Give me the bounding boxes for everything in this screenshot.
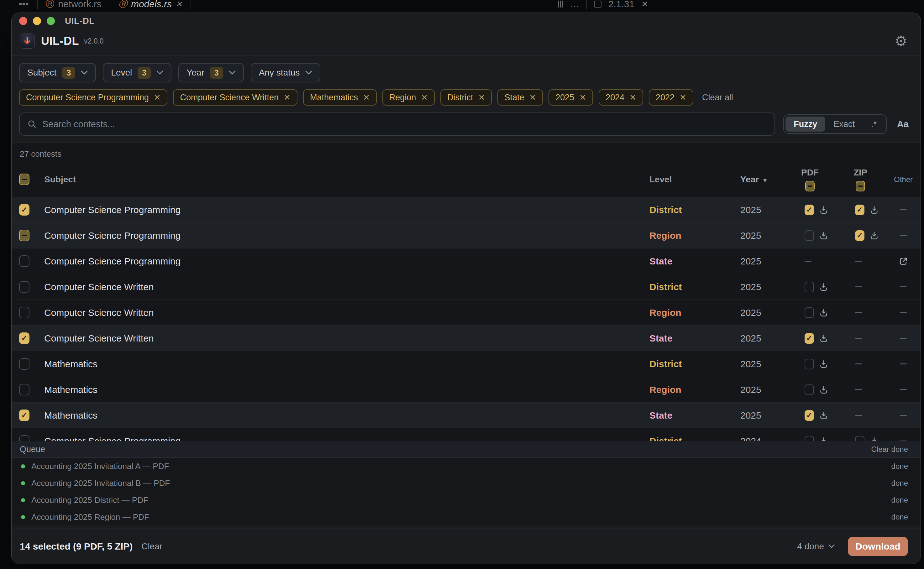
bg-tab-network[interactable]: Ⓡ network.rs [46,0,102,10]
download-icon[interactable] [819,205,828,215]
table-row[interactable]: Computer Science WrittenState2025 [12,326,921,351]
pdf-checkbox[interactable] [805,359,814,370]
bg-tab-models[interactable]: Ⓡ models.rs ✕ [119,0,183,10]
chip-remove-icon[interactable]: ✕ [579,93,586,102]
bg-tab-overflow-icon[interactable]: ••• [19,0,29,9]
filter-chip[interactable]: Computer Science Programming✕ [19,89,167,106]
filter-chip[interactable]: 2025✕ [548,89,593,106]
download-icon[interactable] [869,437,879,441]
clear-selection-button[interactable]: Clear [142,542,162,551]
pdf-checkbox[interactable] [805,230,814,241]
select-all-checkbox[interactable] [19,173,29,185]
bg-more-icon[interactable]: … [570,0,580,9]
table-row[interactable]: MathematicsRegion2025 [12,377,921,403]
pdf-checkbox[interactable] [805,333,814,344]
settings-gear-icon[interactable]: ⚙ [895,34,907,48]
filter-chip[interactable]: District✕ [440,89,492,106]
search-mode-regex[interactable]: .* [863,117,885,132]
chip-remove-icon[interactable]: ✕ [679,93,687,102]
clear-done-button[interactable]: Clear done [871,445,908,454]
zip-checkbox[interactable] [855,230,865,241]
filter-dropdown-subject[interactable]: Subject3 [19,63,96,82]
row-checkbox-cell [19,384,44,396]
table-row[interactable]: Computer Science ProgrammingDistrict2025 [12,197,921,223]
row-checkbox[interactable] [19,384,29,396]
case-sensitivity-toggle[interactable]: Aa [897,119,909,129]
filter-chip[interactable]: 2022✕ [649,89,693,106]
download-icon[interactable] [819,231,828,240]
search-input[interactable] [42,119,767,129]
column-level[interactable]: Level [649,175,740,184]
subject-cell: Mathematics [44,385,649,395]
filter-dropdown-year[interactable]: Year3 [178,63,244,82]
download-button[interactable]: Download [848,537,908,556]
filter-chip[interactable]: 2024✕ [599,89,643,106]
close-button[interactable] [19,17,27,25]
zip-checkbox[interactable] [855,436,865,441]
table-row[interactable]: Computer Science ProgrammingState2025 [12,248,921,274]
row-checkbox[interactable] [19,204,29,216]
download-icon[interactable] [819,411,828,420]
filter-chip[interactable]: Computer Science Written✕ [173,89,297,106]
filter-chip[interactable]: State✕ [498,89,543,106]
pdf-checkbox[interactable] [805,307,814,318]
chip-remove-icon[interactable]: ✕ [284,93,291,102]
select-all-zip-checkbox[interactable] [855,181,865,192]
column-year[interactable]: Year▼ [740,175,787,184]
column-subject[interactable]: Subject [44,175,649,184]
download-icon[interactable] [869,205,879,215]
pdf-checkbox[interactable] [805,282,814,292]
pdf-checkbox[interactable] [805,410,814,421]
download-icon[interactable] [869,231,879,240]
footer-bar: 14 selected (9 PDF, 5 ZIP) Clear 4 done … [12,529,921,564]
row-checkbox[interactable] [19,409,29,421]
close-tab-icon[interactable]: ✕ [175,0,183,9]
filter-chip[interactable]: Region✕ [382,89,435,106]
row-checkbox[interactable] [19,358,29,370]
pdf-checkbox[interactable] [805,385,814,395]
chip-remove-icon[interactable]: ✕ [478,93,485,102]
download-icon[interactable] [819,308,828,317]
zip-checkbox[interactable] [855,205,865,215]
download-icon[interactable] [819,334,828,343]
pdf-checkbox[interactable] [805,205,814,215]
queue-item: Accounting 2025 Invitational B — PDFdone [12,475,921,491]
close-icon[interactable]: ✕ [641,0,648,9]
chip-remove-icon[interactable]: ✕ [529,93,536,102]
filter-dropdown-level[interactable]: Level3 [103,63,172,82]
row-checkbox[interactable] [19,256,29,267]
bg-layout-icon[interactable] [558,1,563,8]
table-row[interactable]: MathematicsState2025 [12,403,921,428]
download-icon[interactable] [819,359,828,369]
search-box[interactable] [19,113,775,136]
chip-remove-icon[interactable]: ✕ [421,93,428,102]
chip-remove-icon[interactable]: ✕ [363,93,370,102]
row-checkbox[interactable] [19,307,29,318]
done-dropdown[interactable]: 4 done [797,542,835,551]
download-icon[interactable] [819,282,828,292]
app-window: UIL-DL UIL-DL v2.0.0 ⚙ Subject3Level3Yea… [11,12,921,564]
search-mode-fuzzy[interactable]: Fuzzy [785,117,825,132]
download-icon[interactable] [819,385,828,394]
table-row[interactable]: MathematicsDistrict2025 [12,351,921,377]
row-checkbox[interactable] [19,281,29,293]
download-icon[interactable] [819,437,828,441]
filter-chip[interactable]: Mathematics✕ [303,89,377,106]
table-row[interactable]: Computer Science WrittenRegion2025 [12,300,921,326]
external-link-icon[interactable] [899,257,908,266]
table-row[interactable]: Computer Science ProgrammingRegion2025 [12,223,921,248]
chip-remove-icon[interactable]: ✕ [629,93,636,102]
filter-dropdown-any-status[interactable]: Any status [251,63,321,82]
table-row[interactable]: Computer Science ProgrammingDistrict2024 [12,428,921,441]
row-checkbox[interactable] [19,332,29,344]
search-mode-exact[interactable]: Exact [825,117,863,132]
row-checkbox[interactable] [19,230,29,241]
zoom-button[interactable] [47,17,55,25]
clear-all-filters-button[interactable]: Clear all [702,93,733,102]
chip-remove-icon[interactable]: ✕ [154,93,161,102]
select-all-pdf-checkbox[interactable] [805,181,814,192]
pdf-checkbox[interactable] [805,436,814,441]
table-row[interactable]: Computer Science WrittenDistrict2025 [12,274,921,300]
row-checkbox[interactable] [19,435,29,441]
minimize-button[interactable] [33,17,41,25]
